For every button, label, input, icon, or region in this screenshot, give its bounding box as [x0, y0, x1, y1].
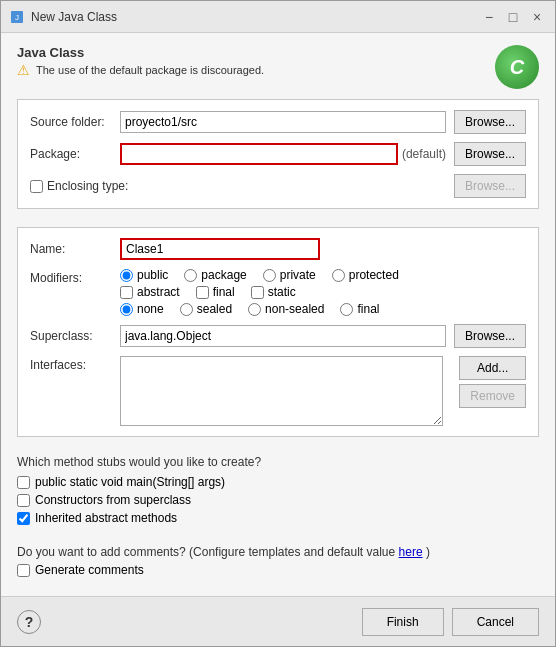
- interfaces-label: Interfaces:: [30, 356, 120, 372]
- modifier-abstract-label: abstract: [137, 285, 180, 299]
- window-controls: − □ ×: [479, 7, 547, 27]
- package-input[interactable]: [120, 143, 398, 165]
- svg-text:J: J: [15, 13, 19, 22]
- stub-main-checkbox[interactable]: [17, 476, 30, 489]
- modifier-protected-radio[interactable]: [332, 269, 345, 282]
- dialog-header: Java Class ⚠ The use of the default pack…: [17, 45, 539, 89]
- stub-inherited-label[interactable]: Inherited abstract methods: [35, 511, 177, 525]
- modifier-final-checkbox[interactable]: [196, 286, 209, 299]
- stub-constructors-checkbox[interactable]: [17, 494, 30, 507]
- interfaces-remove[interactable]: Remove: [459, 384, 526, 408]
- enclosing-type-checkbox[interactable]: [30, 180, 43, 193]
- cancel-button[interactable]: Cancel: [452, 608, 539, 636]
- modifier-public[interactable]: public: [120, 268, 168, 282]
- name-row: Name:: [30, 238, 526, 260]
- extra-modifier-row: abstract final static: [120, 285, 526, 299]
- package-row: Package: (default) Browse...: [30, 142, 526, 166]
- modifier-nonsealed-radio[interactable]: [248, 303, 261, 316]
- package-browse[interactable]: Browse...: [454, 142, 526, 166]
- stub-inherited-checkbox[interactable]: [17, 512, 30, 525]
- modifier-none-radio[interactable]: [120, 303, 133, 316]
- modifier-none[interactable]: none: [120, 302, 164, 316]
- close-button[interactable]: ×: [527, 7, 547, 27]
- modifiers-row: Modifiers: public package: [30, 268, 526, 316]
- stubs-section: Which method stubs would you like to cre…: [17, 455, 539, 525]
- superclass-browse[interactable]: Browse...: [454, 324, 526, 348]
- superclass-label: Superclass:: [30, 329, 120, 343]
- warning-message: The use of the default package is discou…: [36, 64, 264, 76]
- modifier-abstract[interactable]: abstract: [120, 285, 180, 299]
- minimize-button[interactable]: −: [479, 7, 499, 27]
- interfaces-textarea[interactable]: [120, 356, 443, 426]
- help-button[interactable]: ?: [17, 610, 41, 634]
- name-input[interactable]: [120, 238, 320, 260]
- modifier-sealed-radio[interactable]: [180, 303, 193, 316]
- modifier-private-label: private: [280, 268, 316, 282]
- eclipse-logo: C: [495, 45, 539, 89]
- package-label: Package:: [30, 147, 120, 161]
- comments-section: Do you want to add comments? (Configure …: [17, 545, 539, 577]
- generate-comments-item: Generate comments: [17, 563, 539, 577]
- modifier-public-label: public: [137, 268, 168, 282]
- finish-button[interactable]: Finish: [362, 608, 444, 636]
- comments-title-text: Do you want to add comments? (Configure …: [17, 545, 395, 559]
- stub-constructors-label[interactable]: Constructors from superclass: [35, 493, 191, 507]
- dialog-title: Java Class: [17, 45, 264, 60]
- window-icon: J: [9, 9, 25, 25]
- form-section: Source folder: Browse... Package: (defau…: [17, 99, 539, 209]
- stubs-title: Which method stubs would you like to cre…: [17, 455, 539, 469]
- modifiers-options: public package private protected: [120, 268, 526, 316]
- modifier-sealed[interactable]: sealed: [180, 302, 232, 316]
- modifier-protected-label: protected: [349, 268, 399, 282]
- access-modifier-row: public package private protected: [120, 268, 526, 282]
- comments-title: Do you want to add comments? (Configure …: [17, 545, 539, 559]
- modifier-static[interactable]: static: [251, 285, 296, 299]
- modifier-final-sealed-label: final: [357, 302, 379, 316]
- header-left: Java Class ⚠ The use of the default pack…: [17, 45, 264, 78]
- title-bar: J New Java Class − □ ×: [1, 1, 555, 33]
- maximize-button[interactable]: □: [503, 7, 523, 27]
- modifier-final-sealed[interactable]: final: [340, 302, 379, 316]
- dialog-footer: ? Finish Cancel: [1, 596, 555, 646]
- modifier-static-checkbox[interactable]: [251, 286, 264, 299]
- source-folder-row: Source folder: Browse...: [30, 110, 526, 134]
- enclosing-type-row: Enclosing type: Browse...: [30, 174, 526, 198]
- modifiers-label: Modifiers:: [30, 268, 120, 285]
- superclass-input[interactable]: [120, 325, 446, 347]
- sealed-modifier-row: none sealed non-sealed final: [120, 302, 526, 316]
- enclosing-type-browse[interactable]: Browse...: [454, 174, 526, 198]
- modifier-none-label: none: [137, 302, 164, 316]
- modifier-static-label: static: [268, 285, 296, 299]
- modifier-final-sealed-radio[interactable]: [340, 303, 353, 316]
- modifier-final[interactable]: final: [196, 285, 235, 299]
- footer-left: ?: [17, 610, 41, 634]
- footer-buttons: Finish Cancel: [362, 608, 539, 636]
- dialog-content: Java Class ⚠ The use of the default pack…: [1, 33, 555, 596]
- modifier-public-radio[interactable]: [120, 269, 133, 282]
- window-title: New Java Class: [31, 10, 479, 24]
- package-default-label: (default): [402, 147, 446, 161]
- stub-main-label[interactable]: public static void main(String[] args): [35, 475, 225, 489]
- modifier-protected[interactable]: protected: [332, 268, 399, 282]
- enclosing-type-label[interactable]: Enclosing type:: [47, 179, 128, 193]
- interfaces-row: Interfaces: Add... Remove: [30, 356, 526, 426]
- generate-comments-label[interactable]: Generate comments: [35, 563, 144, 577]
- modifier-private-radio[interactable]: [263, 269, 276, 282]
- generate-comments-checkbox[interactable]: [17, 564, 30, 577]
- modifier-private[interactable]: private: [263, 268, 316, 282]
- modifier-package-label: package: [201, 268, 246, 282]
- interfaces-add[interactable]: Add...: [459, 356, 526, 380]
- modifier-package[interactable]: package: [184, 268, 246, 282]
- superclass-row: Superclass: Browse...: [30, 324, 526, 348]
- source-folder-input[interactable]: [120, 111, 446, 133]
- stub-inherited-item: Inherited abstract methods: [17, 511, 539, 525]
- warning-row: ⚠ The use of the default package is disc…: [17, 62, 264, 78]
- interfaces-buttons: Add... Remove: [451, 356, 526, 408]
- comments-title-close: ): [426, 545, 430, 559]
- modifier-package-radio[interactable]: [184, 269, 197, 282]
- modifier-nonsealed[interactable]: non-sealed: [248, 302, 324, 316]
- source-folder-label: Source folder:: [30, 115, 120, 129]
- modifier-abstract-checkbox[interactable]: [120, 286, 133, 299]
- source-folder-browse[interactable]: Browse...: [454, 110, 526, 134]
- comments-configure-link[interactable]: here: [399, 545, 423, 559]
